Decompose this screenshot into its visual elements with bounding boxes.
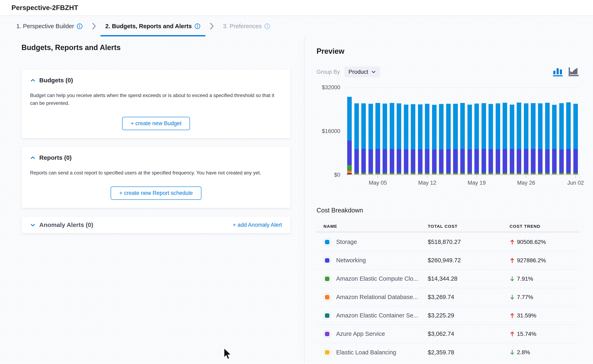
bar-segment [453,104,458,149]
preview-panel: Preview Group By Product [304,36,593,364]
column-chart-icon[interactable] [553,67,563,77]
table-row[interactable]: Storage$518,870.2790508.62% [317,233,579,251]
bar-slot [353,87,360,175]
create-budget-button[interactable]: + create new Budget [122,117,190,130]
cost-preview-chart: $32000$16000$0 May 05May 12May 19May 26J… [317,87,579,175]
table-row[interactable]: Amazon Elastic Compute Clo...$14,344.287… [317,270,579,288]
table-row[interactable]: Amazon Elastic Container Se...$3,225.293… [317,306,579,325]
bar-segment [488,104,493,149]
legend-swatch [324,349,331,356]
table-row[interactable]: Azure App Service$3,062.7415.74% [317,325,579,343]
collapse-chevron-down-icon[interactable] [30,222,36,228]
group-by-label: Group By [317,69,340,75]
budgets-description: Budget can help you receive alerts when … [30,91,282,107]
bar-slot [402,87,410,175]
legend-swatch [324,257,331,264]
cost-trend-value: 90508.62% [510,239,579,245]
bar-segment [368,149,373,173]
stacked-bar [453,104,458,175]
total-cost-value: $3,062.74 [428,331,510,337]
bar-segment [404,149,408,173]
bar-segment [496,103,500,149]
x-tick-label: May 12 [418,180,436,186]
stacked-bar [411,104,415,175]
trend-percent: 927886.2% [517,257,546,264]
step-budgets-reports-alerts[interactable]: 2. Budgets, Reports and Alerts [100,16,206,36]
trend-percent: 15.74% [517,331,536,337]
step-label: 1. Perspective Builder [16,23,74,30]
bar-segment [474,104,479,149]
bar-segment [524,103,528,149]
total-cost-value: $3,225.29 [428,312,510,319]
stacked-bar [474,104,479,175]
chart-plot: May 05May 12May 19May 26Jun 02 [346,87,579,175]
x-tick-mark [476,175,477,178]
bar-segment [439,149,444,173]
stacked-bar [404,104,408,175]
y-tick-label: $32000 [322,84,340,91]
bar-segment [354,103,359,149]
budgets-card-title: Budgets (0) [39,77,73,84]
bar-segment [510,104,514,149]
bar-segment [347,97,352,140]
y-tick-label: $0 [334,172,340,178]
reports-card: Reports (0) Reports can send a cost repo… [21,147,291,208]
table-row[interactable]: Elastic Load Balancing$2,359.782.8% [317,343,579,362]
collapse-chevron-up-icon[interactable] [30,78,36,83]
budgets-reports-alerts-panel: Budgets, Reports and Alerts Budgets (0) … [0,36,304,364]
bar-segment [531,149,535,173]
bar-slot [515,87,523,175]
table-body: Storage$518,870.2790508.62%Networking$26… [317,233,579,362]
bar-segment [552,149,557,173]
step-perspective-builder[interactable]: 1. Perspective Builder [11,16,88,36]
stacked-bar [446,104,451,175]
bar-segment [383,104,387,149]
bar-slot [438,87,445,175]
legend-swatch [324,238,331,246]
stacked-bar [467,104,472,175]
cost-trend-value: 31.59% [510,312,579,319]
bar-segment [439,104,444,149]
bar-slot [417,87,424,175]
bar-segment [460,149,465,173]
table-row[interactable]: Networking$260,949.72927886.2% [317,251,579,270]
bar-slot [459,87,466,175]
stacked-bar [439,104,444,175]
bar-slot [424,87,431,175]
bar-slot [466,87,473,175]
bar-slot [374,87,381,175]
bar-slot [445,87,452,175]
info-icon[interactable] [194,23,200,29]
product-name: Amazon Elastic Compute Clo... [336,275,418,282]
add-anomaly-alert-link[interactable]: + add Anomaly Alert [233,222,282,228]
step-preferences[interactable]: 3. Preferences [217,16,276,36]
bar-slot [381,87,388,175]
group-by-dropdown[interactable]: Product [344,67,380,77]
create-report-schedule-button[interactable]: + create new Report schedule [111,187,201,200]
bar-segment [474,149,479,173]
bar-slot [395,87,403,175]
collapse-chevron-up-icon[interactable] [30,155,36,161]
area-chart-icon[interactable] [568,67,579,77]
table-row[interactable]: Amazon Relational Database...$3,269.747.… [317,288,579,306]
legend-swatch [324,293,331,301]
bar-segment [397,103,401,149]
bar-segment [566,149,571,173]
info-icon[interactable] [264,23,270,29]
bar-segment [411,104,415,149]
bar-segment [573,104,578,149]
step-label: 2. Budgets, Reports and Alerts [105,23,192,30]
bar-segment [552,105,557,149]
bar-slot [480,87,487,175]
info-icon[interactable] [76,23,83,29]
stacked-bar [418,104,422,175]
stacked-bar [517,103,521,175]
bar-segment [368,104,373,149]
stacked-bar [573,104,578,175]
product-name: Networking [336,257,366,264]
chevron-right-icon [91,23,97,30]
stacked-bar [397,103,401,175]
stacked-bar [368,104,373,175]
bar-segment [425,149,429,173]
stacked-bar [390,103,394,175]
